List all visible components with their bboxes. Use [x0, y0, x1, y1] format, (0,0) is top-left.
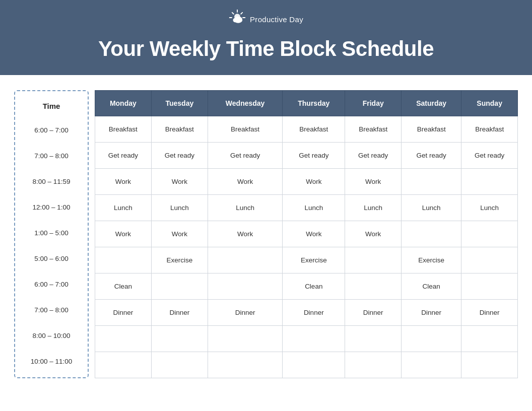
- schedule-cell: [461, 247, 518, 273]
- schedule-cell: Lunch: [151, 195, 208, 221]
- time-slot: 5:00 – 6:00: [15, 246, 88, 271]
- brand: Productive Day: [229, 9, 303, 30]
- schedule-cell: Dinner: [461, 300, 518, 326]
- time-slot: 12:00 – 1:00: [15, 194, 88, 220]
- schedule-cell: Get ready: [402, 143, 461, 169]
- schedule-cell: Clean: [95, 273, 152, 300]
- schedule-cell: [402, 221, 461, 247]
- schedule-cell: [345, 326, 402, 352]
- day-header: Friday: [345, 91, 402, 116]
- schedule-cell: Work: [345, 169, 402, 195]
- schedule-cell: Work: [208, 169, 283, 195]
- schedule-cell: [402, 326, 461, 352]
- schedule-cell: [208, 273, 283, 300]
- schedule-cell: Dinner: [402, 300, 461, 326]
- schedule-cell: [95, 352, 152, 378]
- svg-point-9: [235, 16, 240, 21]
- brand-icon: [229, 9, 246, 30]
- schedule-cell: [151, 352, 208, 378]
- schedule-table: MondayTuesdayWednesdayThursdayFridaySatu…: [95, 90, 518, 378]
- schedule-row: WorkWorkWorkWorkWork: [95, 221, 518, 247]
- schedule-cell: Get ready: [283, 143, 345, 169]
- day-header: Tuesday: [151, 91, 208, 116]
- schedule-cell: [151, 273, 208, 300]
- schedule-cell: Lunch: [345, 195, 402, 221]
- schedule-cell: Breakfast: [283, 116, 345, 143]
- schedule-cell: [95, 326, 152, 352]
- schedule-row: DinnerDinnerDinnerDinnerDinnerDinnerDinn…: [95, 300, 518, 326]
- schedule-cell: [461, 273, 518, 300]
- schedule-cell: Work: [345, 221, 402, 247]
- schedule-cell: Dinner: [151, 300, 208, 326]
- schedule-cell: Work: [283, 169, 345, 195]
- schedule-cell: [402, 352, 461, 378]
- time-slot: 10:00 – 11:00: [15, 349, 88, 374]
- time-column: Time 6:00 – 7:007:00 – 8:008:00 – 11:591…: [14, 90, 89, 378]
- schedule-cell: Breakfast: [461, 116, 518, 143]
- day-header: Saturday: [402, 91, 461, 116]
- schedule-cell: Get ready: [151, 143, 208, 169]
- time-cells: 6:00 – 7:007:00 – 8:008:00 – 11:5912:00 …: [15, 117, 88, 374]
- schedule-cell: Get ready: [208, 143, 283, 169]
- schedule-cell: Lunch: [402, 195, 461, 221]
- schedule-cell: [461, 169, 518, 195]
- schedule-cell: Get ready: [95, 143, 152, 169]
- header: Productive Day Your Weekly Time Block Sc…: [0, 0, 532, 75]
- schedule-cell: [461, 352, 518, 378]
- schedule-cell: [345, 352, 402, 378]
- schedule-cell: Work: [283, 221, 345, 247]
- schedule-row: [95, 326, 518, 352]
- schedule-cell: [208, 352, 283, 378]
- time-slot: 8:00 – 10:00: [15, 323, 88, 349]
- schedule-cell: Exercise: [151, 247, 208, 273]
- schedule-cell: Work: [151, 169, 208, 195]
- schedule-cell: Clean: [402, 273, 461, 300]
- schedule-cell: [208, 247, 283, 273]
- schedule-cell: Breakfast: [95, 116, 152, 143]
- schedule-cell: Work: [95, 169, 152, 195]
- time-slot: 1:00 – 5:00: [15, 220, 88, 246]
- schedule-row: LunchLunchLunchLunchLunchLunchLunch: [95, 195, 518, 221]
- schedule-cell: Lunch: [283, 195, 345, 221]
- svg-line-3: [232, 13, 234, 14]
- time-slot: 8:00 – 11:59: [15, 169, 88, 194]
- schedule-row: BreakfastBreakfastBreakfastBreakfastBrea…: [95, 116, 518, 143]
- day-header: Thursday: [283, 91, 345, 116]
- schedule-cell: Breakfast: [208, 116, 283, 143]
- schedule-cell: Get ready: [345, 143, 402, 169]
- schedule-cell: Clean: [283, 273, 345, 300]
- schedule-cell: Lunch: [95, 195, 152, 221]
- schedule-cell: [402, 169, 461, 195]
- time-slot: 6:00 – 7:00: [15, 117, 88, 143]
- schedule-cell: [208, 326, 283, 352]
- schedule-cell: Lunch: [461, 195, 518, 221]
- day-header: Wednesday: [208, 91, 283, 116]
- day-header: Monday: [95, 91, 152, 116]
- schedule-cell: [461, 221, 518, 247]
- schedule-cell: Dinner: [95, 300, 152, 326]
- schedule-cell: [283, 352, 345, 378]
- day-header: Sunday: [461, 91, 518, 116]
- schedule-cell: Work: [95, 221, 152, 247]
- svg-line-1: [241, 13, 242, 14]
- time-slot: 7:00 – 8:00: [15, 143, 88, 169]
- schedule-cell: [345, 247, 402, 273]
- schedule-cell: Work: [208, 221, 283, 247]
- schedule-cell: [283, 326, 345, 352]
- time-slot: 7:00 – 8:00: [15, 297, 88, 323]
- schedule-cell: Dinner: [283, 300, 345, 326]
- schedule-row: [95, 352, 518, 378]
- schedule-cell: Exercise: [283, 247, 345, 273]
- schedule-cell: [461, 326, 518, 352]
- schedule-cell: Exercise: [402, 247, 461, 273]
- days-header-row: MondayTuesdayWednesdayThursdayFridaySatu…: [95, 91, 518, 116]
- schedule-cell: Breakfast: [345, 116, 402, 143]
- content: Time 6:00 – 7:007:00 – 8:008:00 – 11:591…: [0, 75, 532, 392]
- brand-label: Productive Day: [250, 15, 303, 24]
- page-title: Your Weekly Time Block Schedule: [0, 37, 532, 61]
- schedule-body: BreakfastBreakfastBreakfastBreakfastBrea…: [95, 116, 518, 378]
- schedule-cell: Dinner: [345, 300, 402, 326]
- schedule-row: Get readyGet readyGet readyGet readyGet …: [95, 143, 518, 169]
- time-slot: 6:00 – 7:00: [15, 271, 88, 297]
- time-col-header: Time: [15, 94, 88, 117]
